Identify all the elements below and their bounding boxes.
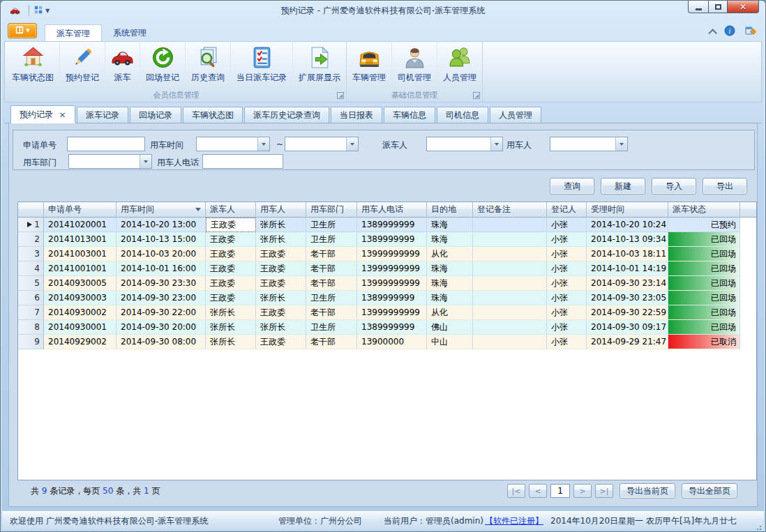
column-header-派车人[interactable]: 派车人 [206, 202, 256, 218]
dialog-launcher-icon[interactable] [337, 92, 344, 99]
chevron-down-icon[interactable] [490, 137, 502, 151]
cell-用车时间[interactable]: 2014-09-30 20:00 [117, 320, 206, 335]
cell-派车人[interactable]: 王政委 [206, 261, 256, 276]
cell-用车部门[interactable]: 卫生所 [306, 232, 357, 247]
cell-登记备注[interactable] [473, 291, 547, 305]
doc-tab-司机信息[interactable]: 司机信息 [437, 107, 488, 123]
row-indicator[interactable]: 2 [18, 232, 44, 247]
cell-用车部门[interactable]: 卫生所 [306, 218, 357, 232]
cell-目的地[interactable]: 珠海 [427, 291, 473, 305]
import-button[interactable]: 导入 [652, 178, 696, 195]
cell-用车部门[interactable]: 老干部 [306, 335, 357, 349]
ribbon-item-预约登记[interactable]: 预约登记 [59, 42, 105, 90]
row-indicator[interactable]: 5 [18, 276, 44, 291]
cell-申请单号[interactable]: 20141001001 [44, 261, 117, 276]
doc-tab-人员管理[interactable]: 人员管理 [490, 107, 541, 123]
table-row[interactable]: 7201409300022014-09-30 22:00张所长王政委老干部139… [18, 305, 756, 320]
column-header-用车人电话[interactable]: 用车人电话 [357, 202, 427, 218]
cell-受理时间[interactable]: 2014-09-30 09:17 [587, 320, 668, 335]
maximize-button[interactable] [708, 1, 728, 13]
cell-派车状态[interactable]: 已回场 [668, 320, 740, 335]
row-indicator[interactable]: 7 [18, 305, 44, 320]
cell-登记人[interactable]: 小张 [547, 291, 587, 305]
cell-用车人[interactable]: 王政委 [256, 335, 306, 349]
column-header-登记人[interactable]: 登记人 [547, 202, 587, 218]
records-grid[interactable]: 申请单号用车时间派车人用车人用车部门用车人电话目的地登记备注登记人受理时间派车状… [17, 202, 757, 480]
table-row[interactable]: 9201409290022014-09-30 08:00张所长王政委老干部139… [18, 335, 756, 349]
cell-登记人[interactable]: 小张 [547, 218, 587, 232]
cell-用车时间[interactable]: 2014-09-30 23:30 [117, 276, 206, 291]
cell-派车状态[interactable]: 已回场 [668, 305, 740, 320]
column-header-派车状态[interactable]: 派车状态 [668, 202, 740, 218]
close-tab-icon[interactable]: × [59, 110, 66, 119]
cell-登记备注[interactable] [473, 232, 547, 247]
cell-受理时间[interactable]: 2014-10-03 18:11 [587, 247, 668, 261]
create-button[interactable]: 新建 [601, 178, 645, 195]
cell-派车人[interactable]: 王政委 [206, 291, 256, 305]
page-number-input[interactable] [550, 484, 570, 498]
cell-目的地[interactable]: 中山 [427, 335, 473, 349]
cell-用车时间[interactable]: 2014-10-20 13:00 [117, 218, 206, 232]
cell-登记备注[interactable] [473, 305, 547, 320]
cell-目的地[interactable]: 从化 [427, 305, 473, 320]
last-page-button[interactable]: >| [595, 484, 613, 498]
cell-派车人[interactable]: 王政委 [206, 232, 256, 247]
info-icon[interactable]: i [724, 25, 735, 38]
cell-派车状态[interactable]: 已预约 [668, 218, 740, 232]
ribbon-item-派车[interactable]: 派车 [105, 42, 140, 90]
phone-input[interactable] [202, 154, 283, 169]
close-button[interactable]: ✕ [728, 1, 759, 13]
cell-目的地[interactable]: 珠海 [427, 276, 473, 291]
cell-受理时间[interactable]: 2014-09-30 23:14 [587, 276, 668, 291]
doc-tab-车辆状态图[interactable]: 车辆状态图 [183, 107, 243, 123]
doc-tab-当日报表[interactable]: 当日报表 [331, 107, 382, 123]
collapse-ribbon-icon[interactable] [708, 29, 717, 38]
cell-用车人电话[interactable]: 13999999999 [357, 276, 427, 291]
cell-用车人电话[interactable]: 13999999999 [357, 261, 427, 276]
cell-受理时间[interactable]: 2014-09-30 23:05 [587, 291, 668, 305]
column-header-受理时间[interactable]: 受理时间 [587, 202, 668, 218]
row-indicator[interactable]: 6 [18, 291, 44, 305]
cell-用车人[interactable]: 张所长 [256, 291, 306, 305]
license-link[interactable]: 【软件已注册】 [485, 512, 543, 530]
cell-派车状态[interactable]: 已回场 [668, 232, 740, 247]
column-header-申请单号[interactable]: 申请单号 [44, 202, 117, 218]
dept-combo[interactable] [68, 154, 152, 169]
cell-用车部门[interactable]: 卫生所 [306, 291, 357, 305]
cell-登记备注[interactable] [473, 218, 547, 232]
ribbon-item-车辆管理[interactable]: 车辆管理 [347, 42, 391, 90]
cell-登记人[interactable]: 小张 [547, 335, 587, 349]
cell-用车时间[interactable]: 2014-10-03 20:00 [117, 247, 206, 261]
cell-用车部门[interactable]: 老干部 [306, 261, 357, 276]
doc-tab-派车历史记录查询[interactable]: 派车历史记录查询 [244, 107, 329, 123]
doc-tab-回场记录[interactable]: 回场记录 [130, 107, 181, 123]
cell-用车时间[interactable]: 2014-10-13 15:00 [117, 232, 206, 247]
cell-用车部门[interactable]: 老干部 [306, 247, 357, 261]
cell-用车部门[interactable]: 卫生所 [306, 320, 357, 335]
next-page-button[interactable]: > [573, 484, 592, 498]
cell-目的地[interactable]: 珠海 [427, 261, 473, 276]
table-row[interactable]: 8201409300012014-09-30 20:00张所长张所长卫生所138… [18, 320, 756, 335]
prev-page-button[interactable]: < [529, 484, 547, 498]
table-row[interactable]: 1201410200012014-10-20 13:00王政委张所长卫生所138… [18, 218, 756, 232]
cell-登记备注[interactable] [473, 320, 547, 335]
cell-受理时间[interactable]: 2014-10-13 09:34 [587, 232, 668, 247]
cell-用车人电话[interactable]: 1389999999 [357, 232, 427, 247]
cell-登记人[interactable]: 小张 [547, 247, 587, 261]
cell-目的地[interactable]: 珠海 [427, 232, 473, 247]
ribbon-tab-派车管理[interactable]: 派车管理 [45, 24, 102, 41]
row-indicator[interactable]: 4 [18, 261, 44, 276]
column-header-目的地[interactable]: 目的地 [427, 202, 473, 218]
chevron-down-icon[interactable]: ▼ [45, 8, 50, 14]
cell-派车人[interactable]: 张所长 [206, 320, 256, 335]
table-row[interactable]: 4201410010012014-10-01 16:00王政委王政委老干部139… [18, 261, 756, 276]
dispatcher-combo[interactable] [426, 137, 503, 151]
cell-申请单号[interactable]: 20141020001 [44, 218, 117, 232]
cell-派车状态[interactable]: 已取消 [668, 335, 740, 349]
cell-申请单号[interactable]: 20140929002 [44, 335, 117, 349]
doc-tab-预约记录[interactable]: 预约记录× [10, 105, 75, 123]
app-no-input[interactable] [67, 137, 145, 151]
ribbon-tab-系统管理[interactable]: 系统管理 [102, 24, 158, 41]
cell-用车人电话[interactable]: 1389999999 [357, 320, 427, 335]
cell-派车状态[interactable]: 已回场 [668, 276, 740, 291]
